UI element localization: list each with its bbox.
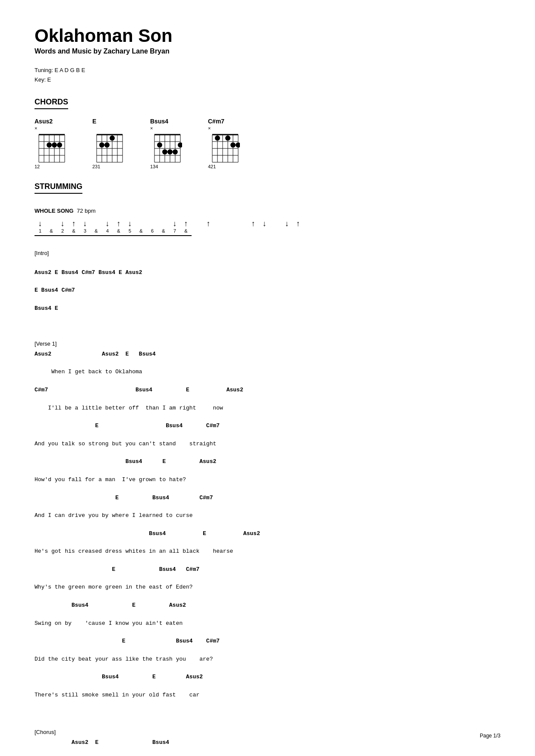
chord-csharp-m7-fingers: 421 [208,164,216,169]
v1-c3: E Bsus4 C#m7 [35,422,500,431]
underline-13 [169,234,180,236]
underline-10 [135,234,147,236]
chord-asus2-name: Asus2 [35,118,53,125]
beat-label-1: 1 [35,228,46,233]
underline-11 [147,234,158,236]
whole-song-label: WHOLE SONG [35,208,73,214]
strum-arrow-3: ↓ [57,220,68,228]
intro-label: [Intro] [35,249,500,258]
v1-l7: Why's the green more green in the east o… [35,583,500,592]
beat-label-6: 6 [147,228,158,233]
beat-label-and-4: & [113,228,124,233]
song-title: Oklahoman Son [35,26,500,46]
chord-bsus4-mute: × [150,126,153,131]
tuning-info: Tuning: E A D G B E Key: E [35,66,500,85]
strum-arrow-19 [236,220,248,228]
strum-labels-row: 1 & 2 & 3 & 4 & 5 & 6 & 7 & [35,228,500,233]
strum-arrow-10 [135,220,147,228]
strum-arrow-11 [147,220,158,228]
svg-point-42 [173,149,178,154]
underline-3 [57,234,68,236]
v1-c1: Asus2 Asus2 E Bsus4 [35,350,500,359]
svg-point-43 [178,142,182,148]
v1-c4: Bsus4 E Asus2 [35,457,500,466]
v1-l1: When I get back to Oklahoma [35,368,500,377]
v1-c6: Bsus4 E Asus2 [35,529,500,539]
strumming-heading: STRUMMING [35,182,82,194]
underline-7 [102,234,113,236]
chord-asus2: Asus2 × [35,118,66,169]
chord-csharp-m7-name: C#m7 [208,118,224,125]
chord-csharp-m7: C#m7 × 421 [208,118,240,169]
underline-1 [35,234,46,236]
chord-diagrams: Asus2 × [35,118,500,169]
key-line: Key: E [35,75,500,85]
svg-point-56 [225,135,230,141]
song-author: Words and Music by Zachary Lane Bryan [35,47,500,55]
svg-point-13 [57,142,62,148]
beat-label-and-1: & [46,228,57,233]
v1-l4: How'd you fall for a man I've grown to h… [35,476,500,485]
chord-bsus4-fingers: 134 [150,164,158,169]
svg-point-26 [104,142,110,148]
intro-chord-1: Asus2 E Bsus4 C#m7 Bsus4 E Asus2 [35,268,500,277]
underline-14 [180,234,192,236]
strum-arrow-5: ↓ [79,220,91,228]
strum-arrow-18 [225,220,236,228]
chords-heading: CHORDS [35,98,68,109]
beat-label-and-7: & [180,228,192,233]
chord-e: E × 231 [92,118,124,169]
strum-arrow-1: ↓ [35,220,46,228]
beat-label-and-2: & [68,228,79,233]
v1-l2: I'll be a little better off than I am ri… [35,404,500,413]
svg-point-57 [230,142,236,148]
underline-8 [113,234,124,236]
strum-arrow-22 [270,220,281,228]
svg-point-27 [110,135,115,141]
v1-l8: Swing on by 'cause I know you ain't eate… [35,619,500,628]
chord-e-diagram [92,131,124,164]
chorus-c1: Asus2 E Bsus4 [35,738,500,747]
chord-csharp-m7-mute: × [208,126,211,131]
chords-section: CHORDS Asus2 × [35,98,500,169]
svg-point-25 [99,142,104,148]
strum-arrow-4: ↑ [68,220,79,228]
strum-arrow-16: ↑ [203,220,214,228]
strum-arrow-24: ↑ [293,220,304,228]
chord-e-fingers: 231 [92,164,100,169]
bpm-label: 72 bpm [77,208,95,214]
beat-label-7: 7 [169,228,180,233]
beat-label-5: 5 [124,228,135,233]
v1-c2: C#m7 Bsus4 E Asus2 [35,386,500,395]
strum-arrows-row: ↓ ↓ ↑ ↓ ↓ ↑ ↓ ↓ ↑ ↑ ↑ ↓ ↓ ↑ [35,220,500,228]
strum-arrow-20: ↑ [248,220,259,228]
v1-c9: E Bsus4 C#m7 [35,637,500,646]
v1-c7: E Bsus4 C#m7 [35,565,500,574]
strum-arrow-17 [214,220,225,228]
chord-csharp-m7-diagram [208,131,240,164]
v1-l5: And I can drive you by where I learned t… [35,511,500,520]
page-number: Page 1/3 [480,733,500,739]
strum-arrow-9: ↓ [124,220,135,228]
chord-bsus4: Bsus4 × 134 [150,118,182,169]
chord-bsus4-name: Bsus4 [150,118,168,125]
strumming-section: STRUMMING WHOLE SONG 72 bpm ↓ ↓ ↑ ↓ ↓ ↑ … [35,182,500,236]
whole-song-info: WHOLE SONG 72 bpm [35,208,500,214]
underline-6 [91,234,102,236]
strum-arrow-6 [91,220,102,228]
svg-point-40 [162,149,167,154]
strum-arrow-8: ↑ [113,220,124,228]
svg-point-12 [52,142,57,148]
beat-label-2: 2 [57,228,68,233]
v1-l6: He's got his creased dress whites in an … [35,547,500,556]
verse1-section: [Verse 1] Asus2 Asus2 E Bsus4 When I get… [35,340,500,718]
underline-5 [79,234,91,236]
v1-l10: There's still smoke smell in your old fa… [35,691,500,700]
beat-label-3: 3 [79,228,91,233]
strum-arrow-21: ↓ [259,220,270,228]
underline-2 [46,234,57,236]
beat-label-4: 4 [102,228,113,233]
underline-4 [68,234,79,236]
strum-underlines-row [35,234,500,236]
strum-arrow-14: ↑ [180,220,192,228]
